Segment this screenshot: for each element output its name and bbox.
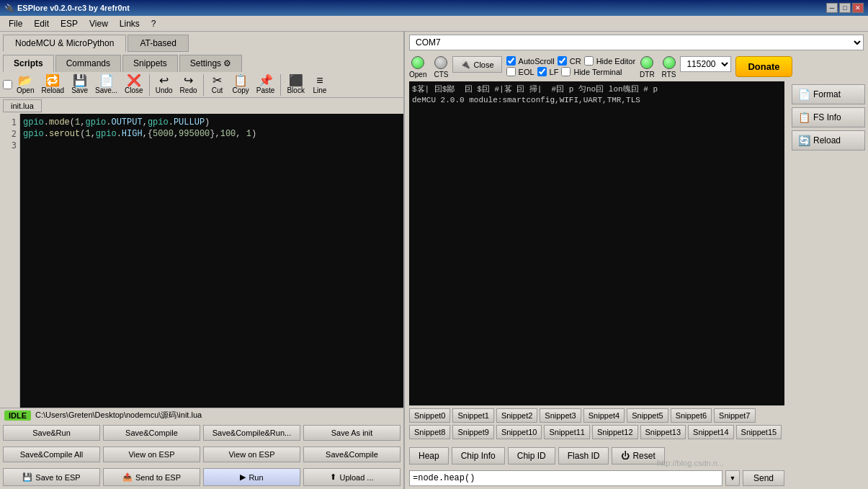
snippet-10[interactable]: Snippet10: [496, 425, 542, 439]
menu-file[interactable]: File: [3, 17, 28, 30]
file-tab-row: init.lua: [0, 98, 403, 114]
save-compile-all-button[interactable]: Save&Compile All: [3, 447, 100, 462]
menu-esp[interactable]: ESP: [55, 17, 84, 30]
eol-checkbox[interactable]: [506, 67, 516, 76]
snippet-0[interactable]: Snippet0: [409, 408, 450, 423]
close-file-label: Close: [125, 86, 143, 94]
send-button[interactable]: Send: [743, 470, 784, 486]
redo-button[interactable]: ↪ Redo: [177, 73, 200, 96]
save-as-button[interactable]: Save As init: [303, 425, 401, 441]
snippet-7[interactable]: Snippet7: [714, 408, 755, 423]
donate-button[interactable]: Donate: [735, 56, 792, 77]
line-button[interactable]: ≡ Line: [309, 73, 331, 96]
paste-label: Paste: [256, 86, 275, 94]
reload-button[interactable]: 🔁 Reload: [38, 73, 67, 96]
undo-label: Undo: [156, 86, 173, 94]
eol-label: EOL: [519, 68, 534, 76]
close-file-button[interactable]: ❌ Close: [122, 73, 146, 96]
upload-button[interactable]: ⬆ Upload ...: [303, 468, 401, 486]
tab-scripts[interactable]: Scripts: [3, 55, 54, 72]
snippet-9[interactable]: Snippet9: [452, 425, 493, 439]
eol-row: EOL LF Hide Terminal: [506, 67, 635, 76]
saveas-button[interactable]: 📄 Save...: [92, 73, 120, 96]
led-cts-indicator: [434, 56, 447, 69]
terminal[interactable]: $茖| 囙$鄙 囙 $囙 #|茖 囙 掃| #囙 p 匀no囙 lon魄囙 # …: [409, 81, 784, 405]
tab-nodemcu[interactable]: NodeMCU & MicroPython: [3, 35, 126, 52]
select-all-checkbox[interactable]: [3, 80, 12, 89]
hide-editor-checkbox[interactable]: [584, 56, 594, 66]
hide-terminal-checkbox[interactable]: [561, 67, 571, 76]
maximize-button[interactable]: □: [839, 3, 851, 13]
snippet-11[interactable]: Snippet11: [544, 425, 590, 439]
action-row-2: Save&Compile All View on ESP View on ESP…: [0, 444, 403, 465]
tab-snippets[interactable]: Snippets: [122, 55, 178, 72]
snippet-13[interactable]: Snippet13: [640, 425, 686, 439]
chip-info-button[interactable]: Chip Info: [452, 447, 505, 465]
snippet-15[interactable]: Snippet15: [736, 425, 782, 439]
lf-checkbox[interactable]: [537, 67, 547, 76]
cr-checkbox[interactable]: [558, 56, 567, 66]
tab-atbased[interactable]: AT-based: [127, 35, 188, 52]
snippet-8[interactable]: Snippet8: [409, 425, 450, 439]
power-icon: ⏻: [621, 451, 630, 461]
fsinfo-button[interactable]: 📋 FS Info: [792, 107, 865, 127]
run-button[interactable]: ▶ Run: [203, 468, 300, 486]
close-button[interactable]: ✕: [852, 3, 864, 13]
saveas-label: Save...: [95, 86, 117, 94]
open-button[interactable]: 📂 Open: [14, 73, 37, 96]
save-compile-button[interactable]: Save&Compile: [103, 425, 200, 441]
snippet-4[interactable]: Snippet4: [583, 408, 625, 423]
save-compile-run-button[interactable]: Save&Compile&Run...: [203, 425, 300, 441]
cmd-input[interactable]: [409, 470, 722, 486]
view-esp-button-2[interactable]: View on ESP: [203, 447, 300, 462]
menu-edit[interactable]: Edit: [28, 17, 55, 30]
snippet-3[interactable]: Snippet3: [540, 408, 581, 423]
cut-button[interactable]: ✂ Cut: [207, 73, 228, 96]
heap-button[interactable]: Heap: [409, 447, 449, 465]
snippet-5[interactable]: Snippet5: [627, 408, 668, 423]
sep3: [280, 74, 281, 96]
snippet-6[interactable]: Snippet6: [671, 408, 712, 423]
led-dtr-label: DTR: [640, 71, 655, 78]
snippet-1[interactable]: Snippet1: [452, 408, 493, 423]
file-tab[interactable]: init.lua: [3, 99, 42, 112]
cmd-dropdown-arrow[interactable]: ▼: [725, 470, 740, 486]
paste-button[interactable]: 📌 Paste: [254, 73, 278, 96]
send-to-esp-button[interactable]: 📤 Send to ESP: [103, 468, 200, 486]
copy-button[interactable]: 📋 Copy: [230, 73, 252, 96]
autoscroll-label: AutoScroll: [519, 57, 555, 66]
code-editor[interactable]: gpio.mode(1,gpio.OUTPUT,gpio.PULLUP) gpi…: [20, 114, 403, 408]
reset-button[interactable]: ⏻ Reset: [612, 447, 664, 465]
code-line-1: gpio.mode(1,gpio.OUTPUT,gpio.PULLUP): [23, 117, 401, 128]
snippet-2[interactable]: Snippet2: [496, 408, 537, 423]
save-button[interactable]: 💾 Save: [68, 73, 91, 96]
snippet-12[interactable]: Snippet12: [592, 425, 638, 439]
menu-links[interactable]: Links: [114, 17, 146, 30]
options-panel: AutoScroll CR Hide Editor EOL LF Hide Te…: [506, 56, 635, 76]
line-num-1: 1: [0, 117, 17, 128]
snippet-14[interactable]: Snippet14: [688, 425, 734, 439]
undo-button[interactable]: ↩ Undo: [153, 73, 176, 96]
reload-esp-button[interactable]: 🔄 Reload: [792, 130, 865, 151]
tab-settings[interactable]: Settings ⚙: [179, 55, 243, 72]
save-run-button[interactable]: Save&Run: [3, 425, 100, 441]
right-panel: COM7 Open CTS 🔌 Close: [405, 32, 868, 489]
baud-rate-select[interactable]: 9600 57600 115200 230400: [680, 56, 731, 72]
right-sidebar: 📄 Format 📋 FS Info 🔄 Reload: [789, 81, 868, 489]
menu-help[interactable]: ?: [146, 17, 162, 30]
view-esp-button-1[interactable]: View on ESP: [103, 447, 200, 462]
autoscroll-checkbox[interactable]: [506, 56, 516, 66]
tab-commands[interactable]: Commands: [55, 55, 121, 72]
save-compile-2-button[interactable]: Save&Compile: [303, 447, 401, 462]
flash-id-button[interactable]: Flash ID: [558, 447, 609, 465]
menu-view[interactable]: View: [84, 17, 114, 30]
led-rts: RTS: [662, 56, 676, 78]
disconnect-button[interactable]: 🔌 Close: [452, 56, 501, 73]
minimize-button[interactable]: ─: [826, 3, 838, 13]
block-button[interactable]: ⬛ Block: [284, 73, 307, 96]
autoscroll-row: AutoScroll CR Hide Editor: [506, 56, 635, 66]
com-port-select[interactable]: COM7: [409, 35, 864, 50]
chip-id-button[interactable]: Chip ID: [508, 447, 555, 465]
format-button[interactable]: 📄 Format: [792, 84, 865, 104]
save-to-esp-button[interactable]: 💾 Save to ESP: [3, 468, 100, 486]
